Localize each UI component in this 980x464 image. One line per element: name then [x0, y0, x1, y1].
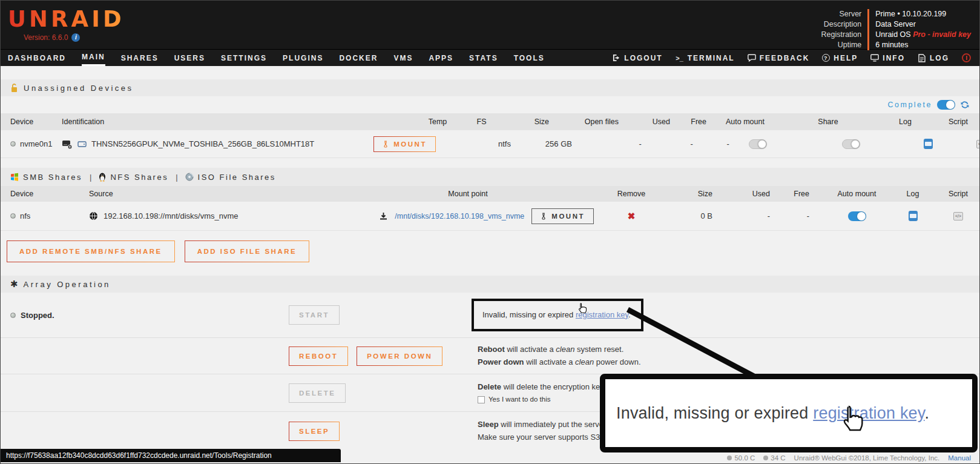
array-status-text: Stopped.: [21, 311, 54, 320]
tab-smb-shares[interactable]: SMB Shares: [10, 173, 82, 182]
app-header: UNRAID Version: 6.6.0 i Server Descripti…: [1, 1, 979, 49]
remove-share-icon[interactable]: ✖: [628, 211, 636, 222]
device-name[interactable]: nvme0n1: [20, 139, 52, 148]
version-info-icon[interactable]: i: [71, 33, 80, 42]
power-down-button[interactable]: POWER DOWN: [357, 346, 442, 366]
col2-free: Free: [786, 186, 825, 202]
nav-main[interactable]: MAIN: [82, 50, 105, 66]
nav-vms[interactable]: VMS: [393, 50, 413, 66]
share-auto-mount-toggle[interactable]: [848, 211, 866, 221]
server-label: Server: [821, 9, 862, 19]
nav-help[interactable]: ? HELP: [822, 50, 858, 66]
col2-auto-mount: Auto mount: [825, 186, 889, 202]
col2-script: Script: [937, 186, 979, 202]
info-label: INFO: [883, 50, 905, 66]
mount-icon-dark: [541, 213, 547, 220]
server-value: Prime • 10.10.20.199: [875, 9, 971, 19]
add-iso-file-share-button[interactable]: ADD ISO FILE SHARE: [185, 240, 309, 262]
page-footer: 50.0 C 34 C Unraid® WebGui ©2018, Lime T…: [261, 454, 971, 462]
auto-mount-cell: [745, 130, 806, 157]
nav-settings[interactable]: SETTINGS: [221, 50, 267, 66]
sleep-button[interactable]: SLEEP: [289, 422, 340, 441]
nav-feedback[interactable]: FEEDBACK: [748, 50, 810, 66]
nav-info[interactable]: INFO: [870, 50, 905, 66]
registration-key-link[interactable]: registration key: [576, 310, 628, 319]
fs-cell: ntfs: [482, 130, 527, 157]
mount-nfs-label: MOUNT: [551, 213, 585, 220]
complete-row: Complete: [1, 96, 979, 113]
col-share: Share: [783, 113, 873, 130]
delete-confirm-label: Yes I want to do this: [488, 394, 551, 405]
add-share-buttons: ADD REMOTE SMB/NFS SHARE ADD ISO FILE SH…: [7, 240, 979, 262]
nav-docker[interactable]: DOCKER: [339, 50, 378, 66]
shares-tabs-bar: SMB Shares | NFS Shares | ISO File Share…: [1, 168, 979, 186]
download-icon: [380, 212, 387, 220]
complete-label[interactable]: Complete: [888, 101, 933, 109]
nav-log[interactable]: LOG: [918, 50, 949, 66]
terminal-label: TERMINAL: [688, 50, 735, 66]
tab-nfs-label: NFS Shares: [110, 173, 168, 182]
device-log-icon[interactable]: [924, 139, 933, 149]
mount-button-nvme[interactable]: MOUNT: [373, 136, 436, 152]
nav-power[interactable]: [962, 53, 971, 62]
open-files-cell: -: [588, 130, 657, 157]
reboot-desc-line1: Reboot will activate a clean system rese…: [478, 343, 979, 356]
reboot-desc-line2: Power down will activate a clean power d…: [478, 356, 979, 368]
nav-terminal[interactable]: >_ TERMINAL: [676, 50, 735, 66]
device-cell: nvme0n1: [1, 130, 58, 157]
share-toggle[interactable]: [842, 139, 860, 149]
share-log-icon[interactable]: [909, 211, 918, 221]
identification-text[interactable]: THNSN5256GPUK_NVMe_TOSHIBA_256GB_86LS10M…: [91, 139, 314, 148]
remove-cell: ✖: [601, 202, 662, 230]
nav-tools[interactable]: TOOLS: [514, 50, 545, 66]
tab-separator: |: [90, 173, 91, 182]
nav-shares[interactable]: SHARES: [121, 50, 159, 66]
partition-icon: [77, 141, 87, 148]
add-remote-smb-nfs-share-button[interactable]: ADD REMOTE SMB/NFS SHARE: [7, 240, 175, 262]
col-size: Size: [504, 113, 565, 130]
manual-link[interactable]: Manual: [948, 454, 971, 462]
delete-button[interactable]: DELETE: [289, 383, 346, 403]
share-mount-point-cell: /mnt/disks/192.168.10.198_vms_nvme MOUNT: [335, 202, 601, 230]
inset-prefix: Invalid, missing or expired: [616, 404, 813, 422]
unassigned-devices-header: Unassigned Devices: [1, 79, 979, 96]
magnified-callout: Invalid, missing or expired registration…: [600, 374, 978, 452]
start-button[interactable]: START: [289, 305, 340, 325]
nav-users[interactable]: USERS: [174, 50, 205, 66]
unraid-main-page: UNRAID Version: 6.6.0 i Server Descripti…: [0, 0, 980, 464]
version-line: Version: 6.6.0 i: [24, 33, 125, 42]
share-script-icon[interactable]: </>: [953, 212, 963, 220]
nav-apps[interactable]: APPS: [429, 50, 453, 66]
uptime-value: 6 minutes: [875, 40, 971, 50]
registration-os: Unraid OS: [875, 30, 913, 39]
mount-button-nfs[interactable]: MOUNT: [531, 208, 594, 224]
share-device-name[interactable]: nfs: [20, 211, 30, 220]
description-label: Description: [821, 19, 862, 30]
delete-confirm-checkbox[interactable]: [478, 396, 485, 403]
refresh-icon[interactable]: [960, 100, 970, 110]
feedback-label: FEEDBACK: [760, 50, 810, 66]
logout-label: LOGOUT: [624, 50, 662, 66]
unassigned-devices-title: Unassigned Devices: [24, 84, 134, 93]
nav-logout[interactable]: LOGOUT: [612, 50, 662, 66]
mount-point-link[interactable]: /mnt/disks/192.168.10.198_vms_nvme: [395, 212, 524, 220]
nav-stats[interactable]: STATS: [469, 50, 498, 66]
tab-nfs-shares[interactable]: NFS Shares: [99, 173, 168, 182]
auto-mount-toggle[interactable]: [749, 139, 767, 149]
nav-plugins[interactable]: PLUGINS: [283, 50, 323, 66]
share-cell: [806, 130, 896, 157]
nav-dashboard[interactable]: DASHBOARD: [8, 50, 66, 66]
col-temp: Temp: [416, 113, 459, 130]
complete-toggle[interactable]: [937, 100, 955, 110]
uptime-label: Uptime: [821, 40, 862, 50]
temp-cell: [439, 130, 482, 157]
share-device-cell: nfs: [1, 202, 85, 230]
device-script-icon[interactable]: </>: [976, 140, 980, 148]
tab-iso-file-shares[interactable]: ISO File Shares: [185, 173, 276, 182]
log-file-icon: [918, 54, 926, 62]
share-source-cell: 192.168.10.198://mnt/disks/vms_nvme: [85, 202, 335, 230]
array-status-dot: [10, 313, 16, 318]
inset-registration-key-link[interactable]: registration key: [813, 404, 924, 422]
reboot-button[interactable]: REBOOT: [289, 346, 348, 366]
col-script: Script: [937, 113, 979, 130]
